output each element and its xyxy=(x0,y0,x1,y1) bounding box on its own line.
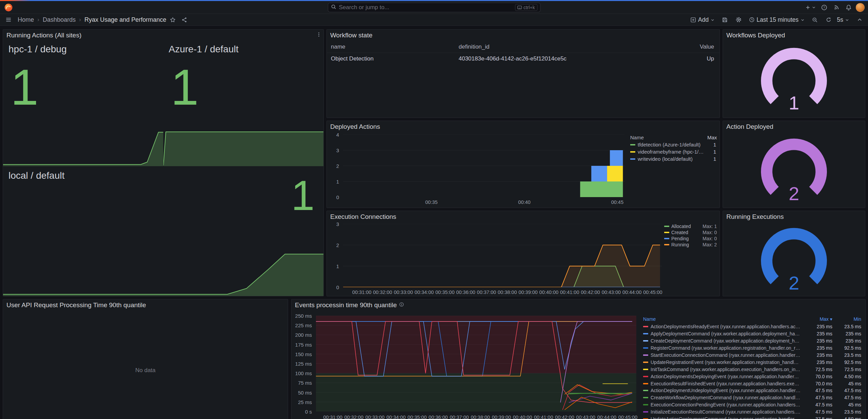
legend-item[interactable]: StartExecutionConnectionCommand (ryax.ru… xyxy=(643,352,861,359)
panel-title[interactable]: Execution Connections xyxy=(330,213,396,221)
legend-item[interactable]: ActionDeploymentIsDeployingEvent (ryax.r… xyxy=(643,373,861,380)
search-field[interactable] xyxy=(339,4,512,11)
add-panel-button[interactable]: Add xyxy=(688,15,716,25)
legend-header-max[interactable]: Max xyxy=(707,135,716,140)
user-avatar[interactable] xyxy=(856,3,865,12)
column-header-name[interactable]: name xyxy=(331,43,459,50)
legend-header-name[interactable]: Name xyxy=(630,135,705,140)
time-range-picker[interactable]: Last 15 minutes xyxy=(747,15,807,25)
legend-item[interactable]: Created Max: 0 xyxy=(664,229,717,235)
share-button[interactable] xyxy=(179,15,190,25)
series-color-swatch xyxy=(643,333,648,334)
help-button[interactable]: ? xyxy=(819,2,829,13)
legend-header-name[interactable]: Name xyxy=(643,316,801,322)
panel-title[interactable]: Running Executions xyxy=(726,213,784,221)
legend-item[interactable]: Pending Max: 0 xyxy=(664,235,717,242)
legend-item[interactable]: ActionDeploymentUndeployingEvent (ryax.r… xyxy=(643,387,861,394)
legend-item[interactable]: UpdateActionDeploymentCommand (ryax.runn… xyxy=(643,416,861,419)
legend-item[interactable]: InitTaskCommand (ryax.worker.application… xyxy=(643,366,861,373)
legend-item-min: 47.5 ms xyxy=(835,395,861,400)
legend-item[interactable]: ApplyDeploymentCommand (ryax.worker.appl… xyxy=(643,330,861,337)
legend-item[interactable]: writevideo (local/default) 1 xyxy=(630,155,716,162)
panel-title[interactable]: Workflow state xyxy=(330,32,372,39)
x-axis: 00:31:0000:32:0000:33:0000:34:0000:35:00… xyxy=(316,413,636,419)
info-icon[interactable] xyxy=(399,302,404,308)
legend-item-max: 37.5 ms xyxy=(803,416,832,419)
dashboard-settings-button[interactable] xyxy=(733,15,744,25)
refresh-interval-label: 5s xyxy=(837,16,843,23)
legend-item[interactable]: CreateDeploymentCommand (ryax.worker.app… xyxy=(643,337,861,345)
legend-item-max: 1 xyxy=(707,156,716,162)
legend-header-max[interactable]: Max ▾ xyxy=(803,316,832,322)
time-range-label: Last 15 minutes xyxy=(757,16,799,23)
panel-title[interactable]: Events processin time 90th quantile xyxy=(295,301,397,309)
column-header-definition-id[interactable]: definition_id xyxy=(459,43,673,50)
hamburger-icon xyxy=(5,17,12,23)
legend-item[interactable]: videoframebyframe (hpc-1/debug) 1 xyxy=(630,148,716,155)
x-axis-tick: 00:31:00 xyxy=(352,290,371,295)
news-button[interactable] xyxy=(831,2,842,13)
x-axis: 00:3500:4000:45 xyxy=(343,198,625,205)
new-button[interactable] xyxy=(804,2,817,13)
panel-title[interactable]: Workflows Deployed xyxy=(726,32,785,39)
panel-title[interactable]: Running Actions (All sites) xyxy=(6,32,82,39)
save-dashboard-button[interactable] xyxy=(720,15,730,25)
search-shortcut-badge: ctrl+k xyxy=(515,4,537,11)
panel-execution-connections: Execution Connections 0123 00:31:0000:32… xyxy=(326,211,720,296)
legend-item[interactable]: Running Max: 2 xyxy=(664,242,717,248)
breadcrumb-dashboards[interactable]: Dashboards xyxy=(43,16,76,23)
events-chart[interactable] xyxy=(316,316,636,412)
breadcrumb-separator: › xyxy=(79,16,81,23)
y-axis-tick: 0 xyxy=(336,284,339,290)
panel-title[interactable]: Deployed Actions xyxy=(330,123,380,130)
legend-item[interactable]: ExecutionResultFinishedEvent (ryax.runne… xyxy=(643,380,861,387)
legend-item[interactable]: RegisterCommand (ryax.worker.application… xyxy=(643,345,861,352)
legend-item-max: Max: 1 xyxy=(703,224,717,229)
legend-item[interactable]: CreateWorkflowDeploymentCommand (ryax.ru… xyxy=(643,394,861,401)
star-icon xyxy=(170,17,176,23)
collapse-toolbar-button[interactable] xyxy=(854,15,865,25)
legend-item[interactable]: ExecutionConnectionPendingEvent (ryax.ru… xyxy=(643,401,861,408)
column-header-value[interactable]: Value xyxy=(673,43,714,50)
legend-item-min: 235 ms xyxy=(835,331,861,336)
zoom-out-icon xyxy=(812,17,818,23)
legend-header-min[interactable]: Min xyxy=(835,316,861,322)
y-axis-tick: 3 xyxy=(336,221,339,227)
panel-menu-icon[interactable] xyxy=(316,32,321,38)
panel-title[interactable]: User API Request Processing Time 90th qu… xyxy=(6,301,146,309)
grafana-logo[interactable] xyxy=(4,3,13,12)
deployed-actions-chart[interactable] xyxy=(343,135,625,197)
legend-item-max: Max: 2 xyxy=(703,242,717,247)
mega-menu-button[interactable] xyxy=(3,15,14,25)
legend-item-min: 23.5 ms xyxy=(835,352,861,358)
x-axis-tick: 00:45:00 xyxy=(643,290,662,295)
y-axis-tick: 25 ms xyxy=(298,399,312,405)
breadcrumb-home[interactable]: Home xyxy=(18,16,34,23)
gauge-value: 2 xyxy=(789,272,799,293)
legend-item[interactable]: ActionDeploymentIsReadyEvent (ryax.runne… xyxy=(643,323,861,330)
panel-user-api: User API Request Processing Time 90th qu… xyxy=(3,299,288,419)
refresh-interval-picker[interactable]: 5s xyxy=(837,15,851,25)
favorite-button[interactable] xyxy=(168,15,178,25)
zoom-out-button[interactable] xyxy=(810,15,820,25)
legend-item-min: 92.5 ms xyxy=(835,345,861,351)
legend-item[interactable]: UpdateRegistrationEvent (ryax.worker.app… xyxy=(643,359,861,366)
series-color-swatch xyxy=(664,226,669,227)
events-chart-area: 0 s25 ms50 ms75 ms100 ms125 ms150 ms175 … xyxy=(298,311,638,419)
legend-item-max: 47.5 ms xyxy=(803,395,832,400)
y-axis-tick: 75 ms xyxy=(298,380,312,386)
series-color-swatch xyxy=(643,354,648,356)
notifications-button[interactable] xyxy=(844,2,854,13)
search-input[interactable]: ctrl+k xyxy=(328,3,541,12)
breadcrumb-dashboard-title[interactable]: Ryax Usage and Performance xyxy=(84,16,166,23)
legend-item[interactable]: Allocated Max: 1 xyxy=(664,223,717,229)
series-color-swatch xyxy=(643,404,648,405)
series-color-swatch xyxy=(643,347,648,349)
execution-connections-chart[interactable] xyxy=(343,224,662,287)
legend-item[interactable]: InitializeExecutionResultCommand (ryax.r… xyxy=(643,408,861,416)
y-axis-tick: 0 s xyxy=(305,409,312,415)
legend-item[interactable]: tfdetection (Azure-1/default) 1 xyxy=(630,141,716,148)
panel-title[interactable]: Action Deployed xyxy=(726,123,773,130)
series-color-swatch xyxy=(643,411,648,413)
refresh-button[interactable] xyxy=(823,15,834,25)
